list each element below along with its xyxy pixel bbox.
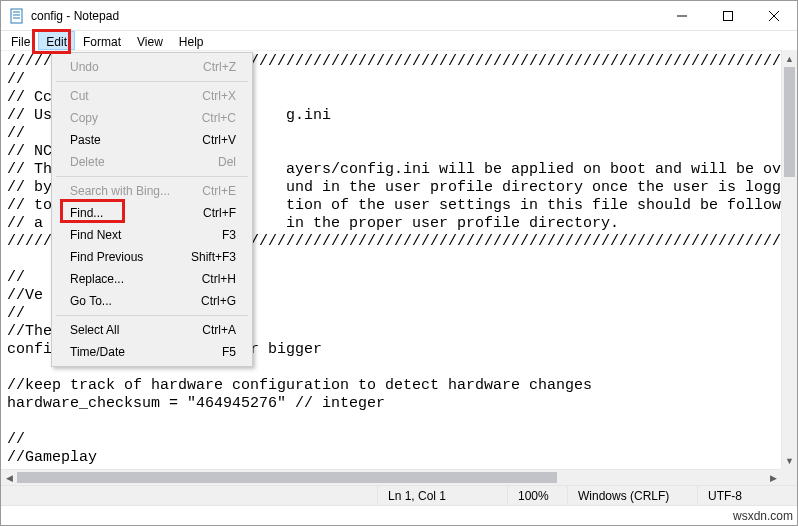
menu-delete[interactable]: Delete Del (54, 151, 250, 173)
menu-separator (56, 315, 248, 316)
menu-undo-label: Undo (70, 60, 203, 74)
status-line-col: Ln 1, Col 1 (377, 486, 507, 505)
horizontal-scroll-thumb[interactable] (17, 472, 557, 483)
menu-file[interactable]: File (3, 31, 38, 50)
svg-rect-5 (724, 11, 733, 20)
menu-edit[interactable]: Edit (38, 31, 75, 50)
scroll-right-icon[interactable]: ▶ (765, 470, 781, 485)
menu-undo[interactable]: Undo Ctrl+Z (54, 56, 250, 78)
menu-select-all[interactable]: Select All Ctrl+A (54, 319, 250, 341)
window-title: config - Notepad (31, 9, 659, 23)
maximize-button[interactable] (705, 1, 751, 30)
menu-find[interactable]: Find... Ctrl+F (54, 202, 250, 224)
watermark-text: wsxdn.com (733, 509, 793, 523)
menu-separator (56, 176, 248, 177)
menu-copy[interactable]: Copy Ctrl+C (54, 107, 250, 129)
scroll-left-icon[interactable]: ◀ (1, 470, 17, 485)
menu-help[interactable]: Help (171, 31, 212, 50)
minimize-button[interactable] (659, 1, 705, 30)
horizontal-scrollbar[interactable]: ◀ ▶ (1, 469, 781, 485)
close-button[interactable] (751, 1, 797, 30)
status-zoom: 100% (507, 486, 567, 505)
menu-search-bing[interactable]: Search with Bing... Ctrl+E (54, 180, 250, 202)
menu-time-date[interactable]: Time/Date F5 (54, 341, 250, 363)
scroll-corner (781, 469, 797, 485)
title-bar: config - Notepad (1, 1, 797, 31)
menu-view[interactable]: View (129, 31, 171, 50)
menu-undo-shortcut: Ctrl+Z (203, 60, 236, 74)
menu-separator (56, 81, 248, 82)
watermark: wsxdn.com (1, 505, 797, 525)
notepad-icon (9, 8, 25, 24)
scroll-up-icon[interactable]: ▲ (782, 51, 797, 67)
status-encoding: UTF-8 (697, 486, 797, 505)
menu-paste[interactable]: Paste Ctrl+V (54, 129, 250, 151)
status-line-ending: Windows (CRLF) (567, 486, 697, 505)
menu-goto[interactable]: Go To... Ctrl+G (54, 290, 250, 312)
svg-rect-0 (11, 9, 22, 23)
scroll-down-icon[interactable]: ▼ (782, 453, 797, 469)
menu-find-previous[interactable]: Find Previous Shift+F3 (54, 246, 250, 268)
edit-menu-dropdown: Undo Ctrl+Z Cut Ctrl+X Copy Ctrl+C Paste… (51, 52, 253, 367)
menu-bar: File Edit Format View Help (1, 31, 797, 51)
menu-format[interactable]: Format (75, 31, 129, 50)
status-bar: Ln 1, Col 1 100% Windows (CRLF) UTF-8 (1, 485, 797, 505)
menu-cut[interactable]: Cut Ctrl+X (54, 85, 250, 107)
vertical-scroll-thumb[interactable] (784, 67, 795, 177)
vertical-scrollbar[interactable]: ▲ ▼ (781, 51, 797, 469)
menu-replace[interactable]: Replace... Ctrl+H (54, 268, 250, 290)
menu-find-next[interactable]: Find Next F3 (54, 224, 250, 246)
